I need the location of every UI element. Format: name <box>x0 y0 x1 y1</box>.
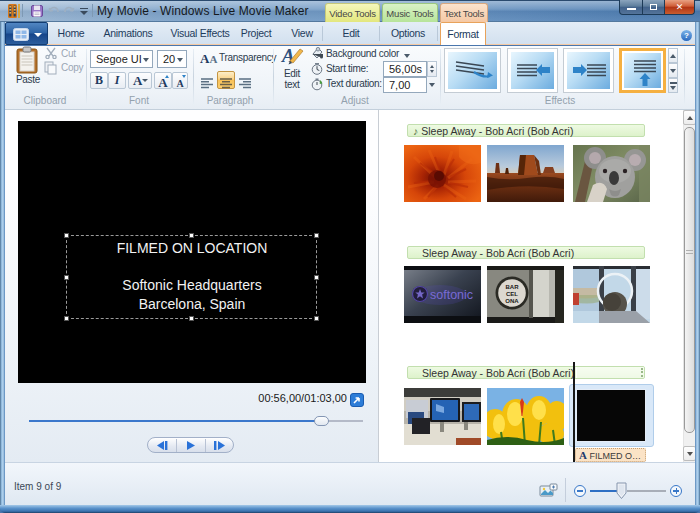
svg-text:ONA: ONA <box>505 298 519 304</box>
svg-text:BAR: BAR <box>506 284 520 290</box>
svg-text:CEL: CEL <box>506 291 518 297</box>
svg-text:softonic: softonic <box>430 288 473 302</box>
